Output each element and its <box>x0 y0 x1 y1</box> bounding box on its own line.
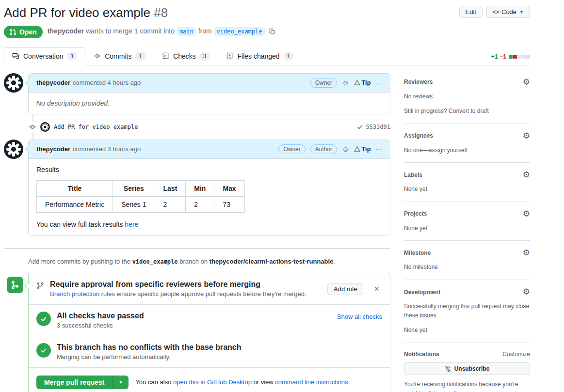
push-note-text: . <box>333 258 335 265</box>
pr-title-text: Add PR for video example <box>4 5 150 20</box>
sidebar-section-notifications: Notifications Customize Unsubscribe You'… <box>404 351 530 392</box>
owner-badge: Owner <box>278 144 305 154</box>
branch-protection-section: Require approval from specific reviewers… <box>29 273 390 304</box>
commit-message-link[interactable]: Add PR for video example <box>54 124 138 130</box>
pr-number: #8 <box>154 5 168 20</box>
gear-icon[interactable]: ⚙ <box>523 78 530 86</box>
emoji-reaction-button[interactable]: ☺ <box>342 145 349 153</box>
copy-branch-icon[interactable] <box>269 29 275 36</box>
comment-actions: Owner Author ☺ Tip ··· <box>278 144 382 154</box>
warning-triangle-icon <box>354 146 360 152</box>
warning-triangle-icon <box>354 79 360 86</box>
timeline-commit-wrap: Add PR for video example 5533d91 <box>4 114 390 140</box>
milestone-empty: No milestone <box>404 263 530 272</box>
avatar[interactable] <box>40 122 50 132</box>
tip-button[interactable]: Tip <box>354 145 371 153</box>
also-text: . <box>348 378 350 386</box>
commit-row: Add PR for video example 5533d91 <box>4 122 390 132</box>
merge-options-caret[interactable]: ▼ <box>112 376 129 389</box>
gear-icon[interactable]: ⚙ <box>523 132 530 140</box>
avatar[interactable] <box>4 140 23 159</box>
column-header: Title <box>37 180 113 196</box>
kebab-menu-icon[interactable]: ··· <box>376 79 382 86</box>
gear-icon[interactable]: ⚙ <box>523 210 530 218</box>
assign-yourself-link[interactable]: assign yourself <box>429 147 467 154</box>
branch-code: video_example <box>132 258 178 265</box>
tab-files-changed-count: 1 <box>284 52 294 61</box>
sidebar-section-milestone: Milestone ⚙ No milestone <box>404 249 530 280</box>
tab-checks[interactable]: Checks 3 <box>154 47 218 65</box>
results-table-header-row: Title Series Last Min Max <box>37 180 245 196</box>
timeline-divider <box>4 248 390 249</box>
diffstat-block-neutral <box>517 55 521 59</box>
pr-author[interactable]: thepycoder <box>48 27 84 35</box>
convert-to-draft-link[interactable]: Convert to draft <box>449 108 489 114</box>
page-title: Add PR for video example #8 <box>4 5 530 21</box>
tab-checks-count: 3 <box>200 52 210 61</box>
add-rule-button[interactable]: Add rule <box>327 283 363 295</box>
milestone-heading: Milestone <box>404 250 431 256</box>
pr-header: Add PR for video example #8 Edit <> Code… <box>4 5 530 38</box>
commit-hash-link[interactable]: 5533d91 <box>366 124 390 130</box>
diffstat-added: +1 <box>491 53 498 60</box>
sidebar-section-development: Development ⚙ Successfully merging this … <box>404 288 530 343</box>
tab-conversation[interactable]: Conversation 1 <box>4 47 85 65</box>
code-dropdown-button[interactable]: <> Code ▼ <box>486 6 530 18</box>
emoji-reaction-button[interactable]: ☺ <box>342 79 349 86</box>
base-branch-label[interactable]: main <box>177 27 196 36</box>
check-icon[interactable] <box>357 124 363 130</box>
comment-footer: You can view full task results here <box>36 220 382 228</box>
projects-heading: Projects <box>404 210 427 217</box>
diffstat: +1 −1 <box>491 53 530 60</box>
push-note: Add more commits by pushing to the video… <box>28 258 390 265</box>
push-note-text: branch on <box>179 258 208 265</box>
pr-tab-nav: Conversation 1 Commits 1 Checks 3 Files … <box>4 47 530 65</box>
merge-button-label: Merge pull request <box>44 378 104 386</box>
checks-subtitle: 3 successful checks <box>57 322 331 329</box>
close-icon[interactable]: × <box>371 284 382 294</box>
diffstat-block-neutral <box>526 55 530 59</box>
task-results-link[interactable]: here <box>125 220 138 228</box>
edit-button[interactable]: Edit <box>459 6 483 18</box>
merge-actions: Merge pull request ▼ You can also open t… <box>29 367 390 392</box>
tip-button[interactable]: Tip <box>354 79 371 86</box>
code-icon: <> <box>493 9 499 16</box>
status-badge: Open <box>4 26 43 38</box>
sidebar-section-assignees: Assignees ⚙ No one—assign yourself <box>404 132 530 163</box>
tab-commits-count: 1 <box>135 52 145 61</box>
branch-protection-rules-link[interactable]: Branch protection rules <box>50 290 115 298</box>
tab-files-changed[interactable]: Files changed 1 <box>218 47 302 65</box>
comment-header: thepycoder commented 3 hours ago Owner A… <box>29 140 390 159</box>
github-desktop-link[interactable]: open this in GitHub Desktop <box>173 378 252 386</box>
timeline-comment-2: thepycoder commented 3 hours ago Owner A… <box>4 140 390 235</box>
merge-summary: thepycoder wants to merge 1 commit into … <box>48 27 276 36</box>
reviewers-empty: No reviews <box>404 92 530 101</box>
milestone-heading-row: Milestone ⚙ <box>404 249 530 257</box>
show-all-checks-link[interactable]: Show all checks <box>337 313 382 320</box>
kebab-menu-icon[interactable]: ··· <box>376 145 382 153</box>
gear-icon[interactable]: ⚙ <box>523 249 530 257</box>
file-diff-icon <box>226 52 233 60</box>
avatar[interactable] <box>4 73 23 93</box>
git-commit-icon <box>94 52 101 60</box>
smiley-icon: ☺ <box>342 79 349 86</box>
merge-pull-request-button[interactable]: Merge pull request <box>36 376 112 389</box>
head-branch-label[interactable]: video_example <box>214 27 265 36</box>
comment-body: Results Title Series Last Min Max <box>29 159 390 235</box>
unsubscribe-button[interactable]: Unsubscribe <box>404 362 530 375</box>
smiley-icon: ☺ <box>342 145 349 153</box>
tab-commits[interactable]: Commits 1 <box>85 47 154 65</box>
success-check-icon <box>36 343 51 358</box>
conflicts-title: This branch has no conflicts with the ba… <box>57 343 382 352</box>
gear-icon[interactable]: ⚙ <box>523 288 530 296</box>
command-line-link[interactable]: command line instructions <box>275 378 348 386</box>
comment-author[interactable]: thepycoder <box>36 145 70 153</box>
customize-link[interactable]: Customize <box>502 351 530 358</box>
tip-label: Tip <box>361 79 371 86</box>
gear-icon[interactable]: ⚙ <box>523 171 530 179</box>
also-text: You can also <box>135 378 171 386</box>
tab-files-changed-label: Files changed <box>237 52 279 60</box>
git-commit-icon <box>29 122 36 132</box>
diffstat-block-neutral <box>522 55 526 59</box>
comment-author[interactable]: thepycoder <box>36 79 70 86</box>
